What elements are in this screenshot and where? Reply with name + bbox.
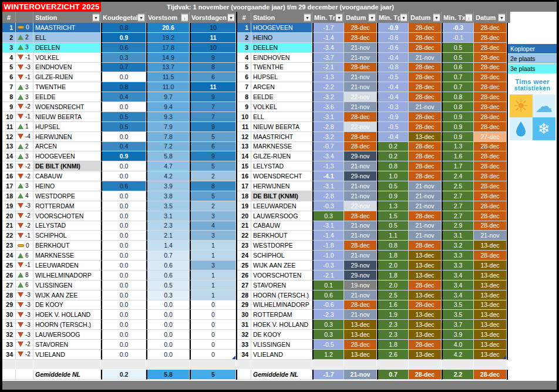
tn-datum-cell[interactable]: 21-nov bbox=[344, 231, 377, 241]
vorstdagen-cell[interactable]: 2 bbox=[190, 201, 236, 211]
min-tn-cell[interactable]: -2.3 bbox=[312, 310, 344, 320]
min-tx-cell[interactable]: 0.5 bbox=[442, 43, 474, 53]
min-tn-cell[interactable]: 0.3 bbox=[312, 330, 344, 340]
station-cell[interactable]: ARCEN bbox=[33, 142, 101, 152]
tx-datum-cell[interactable]: 13-dec bbox=[474, 350, 507, 360]
station-cell[interactable]: HOEK V. HOLLAND bbox=[33, 310, 101, 320]
rank-cell[interactable]: 15 bbox=[2, 161, 16, 171]
tg-datum-cell[interactable]: 28-dec bbox=[409, 171, 442, 181]
trend-cell[interactable]: 1 bbox=[16, 122, 33, 132]
min-tx-cell[interactable]: 2.9 bbox=[442, 221, 474, 231]
tg-datum-cell[interactable]: 28-dec bbox=[409, 112, 442, 122]
min-tx-cell[interactable]: 4.2 bbox=[442, 350, 474, 360]
vorstsom-cell[interactable]: 0.0 bbox=[146, 330, 190, 340]
tn-datum-cell[interactable]: 28-dec bbox=[344, 112, 377, 122]
rank-cell[interactable]: 32 bbox=[237, 330, 251, 340]
min-tg-cell[interactable]: -0.6 bbox=[377, 33, 409, 43]
rank-cell[interactable]: 3 bbox=[237, 43, 251, 53]
tx-datum-cell[interactable]: 28-dec bbox=[474, 181, 507, 191]
vorstdagen-cell[interactable]: 1 bbox=[190, 241, 236, 251]
tx-datum-cell[interactable]: 13-dec bbox=[474, 290, 507, 300]
station-cell[interactable]: DEELEN bbox=[251, 43, 312, 53]
min-tx-cell[interactable]: 1.7 bbox=[442, 161, 474, 171]
rank-cell[interactable]: 8 bbox=[2, 92, 16, 102]
station-cell[interactable]: WILHELMINADORP bbox=[33, 271, 101, 281]
min-tx-cell[interactable]: 2.4 bbox=[442, 171, 474, 181]
rank-cell[interactable]: 1 bbox=[237, 23, 251, 33]
vorstdagen-cell[interactable]: 11 bbox=[190, 82, 236, 92]
trend-cell[interactable]: -2 bbox=[16, 211, 33, 221]
station-cell[interactable]: EINDHOVEN bbox=[33, 63, 101, 73]
tn-datum-cell[interactable]: 28-dec bbox=[344, 132, 377, 142]
station-cell[interactable]: WESTDORPE bbox=[251, 241, 312, 251]
koudegetal-cell[interactable]: 0.3 bbox=[101, 53, 146, 63]
rank-cell[interactable]: 30 bbox=[237, 310, 251, 320]
koudegetal-cell[interactable]: 0.0 bbox=[101, 241, 146, 251]
min-tn-cell[interactable]: 0.6 bbox=[312, 290, 344, 300]
station-cell[interactable]: DE KOOY bbox=[251, 330, 312, 340]
rank-cell[interactable]: 9 bbox=[2, 102, 16, 112]
min-tn-cell[interactable]: -3.7 bbox=[312, 53, 344, 63]
tx-datum-cell[interactable]: 28-dec bbox=[474, 43, 507, 53]
tg-datum-cell[interactable]: 21-nov bbox=[409, 181, 442, 191]
tn-datum-cell[interactable]: 21-nov bbox=[344, 43, 377, 53]
min-tg-cell[interactable]: 1.8 bbox=[377, 271, 409, 281]
vorstsom-cell[interactable]: 0.3 bbox=[146, 290, 190, 300]
min-tn-cell[interactable]: -1.8 bbox=[312, 241, 344, 251]
min-tn-cell[interactable]: -3.2 bbox=[312, 92, 344, 102]
trend-cell[interactable]: -1 bbox=[16, 53, 33, 63]
station-cell[interactable]: SCHIPHOL bbox=[33, 231, 101, 241]
rank-cell[interactable]: 24 bbox=[237, 251, 251, 261]
trend-cell[interactable]: -1 bbox=[16, 112, 33, 122]
rank-cell[interactable]: 10 bbox=[237, 112, 251, 122]
vorstdagen-cell[interactable]: 0 bbox=[190, 320, 236, 330]
vorstsom-cell[interactable]: 3.1 bbox=[146, 211, 190, 221]
tx-datum-cell[interactable]: 28-dec bbox=[474, 53, 507, 63]
station-cell[interactable]: VOORSCHOTEN bbox=[251, 271, 312, 281]
vorstdagen-cell[interactable]: 5 bbox=[190, 161, 236, 171]
vorstsom-cell[interactable]: 5.8 bbox=[146, 151, 190, 161]
rank-cell[interactable]: 3 bbox=[2, 43, 16, 53]
tx-datum-cell[interactable]: 13-dec bbox=[474, 271, 507, 281]
vorstsom-cell[interactable]: 11.5 bbox=[146, 72, 190, 82]
tg-datum-cell[interactable]: 13-dec bbox=[409, 261, 442, 271]
station-cell[interactable]: GILZE-RIJEN bbox=[251, 151, 312, 161]
min-tg-cell[interactable]: -0.6 bbox=[377, 43, 409, 53]
station-cell[interactable]: EELDE bbox=[251, 92, 312, 102]
min-tn-cell[interactable]: -0.3 bbox=[312, 201, 344, 211]
tn-datum-average-cell[interactable]: 21-nov bbox=[344, 370, 377, 380]
tg-datum-cell[interactable]: 13-dec bbox=[409, 251, 442, 261]
tx-datum-cell[interactable]: 28-dec bbox=[474, 63, 507, 73]
station-cell[interactable]: HERWIJNEN bbox=[33, 132, 101, 142]
tn-datum-cell[interactable]: 21-nov bbox=[344, 72, 377, 82]
vorstsom-cell[interactable]: 0.7 bbox=[146, 251, 190, 261]
koudegetal-cell[interactable]: 0.0 bbox=[101, 72, 146, 82]
tg-datum-cell[interactable]: 28-dec bbox=[409, 281, 442, 290]
vorstdagen-average-cell[interactable]: 5 bbox=[190, 370, 236, 380]
trend-cell[interactable]: -2 bbox=[16, 350, 33, 360]
min-tg-cell[interactable]: 1.1 bbox=[377, 231, 409, 241]
koudegetal-cell[interactable]: 0.0 bbox=[101, 350, 146, 360]
filter-dropdown-button[interactable]: ▼ bbox=[227, 13, 235, 21]
rank-cell[interactable]: 23 bbox=[2, 241, 16, 251]
tg-datum-cell[interactable]: 13-dec bbox=[409, 132, 442, 142]
min-tx-cell[interactable]: 3.4 bbox=[442, 281, 474, 290]
trend-cell[interactable]: -2 bbox=[16, 340, 33, 350]
tg-datum-cell[interactable]: 28-dec bbox=[409, 122, 442, 132]
tx-datum-cell[interactable]: 13-dec bbox=[474, 241, 507, 251]
vorstdagen-cell[interactable]: 0 bbox=[190, 300, 236, 310]
vorstsom-cell[interactable]: 0.0 bbox=[146, 340, 190, 350]
vorstsom-cell[interactable]: 3.5 bbox=[146, 201, 190, 211]
tn-datum-cell[interactable]: 21-nov bbox=[344, 82, 377, 92]
trend-cell[interactable]: -3 bbox=[16, 330, 33, 340]
trend-cell[interactable]: -1 bbox=[16, 231, 33, 241]
vorstsom-cell[interactable]: 7.2 bbox=[146, 142, 190, 152]
vorstdagen-cell[interactable]: 9 bbox=[190, 53, 236, 63]
station-cell[interactable]: HERWIJNEN bbox=[251, 181, 312, 191]
filter-dropdown-button[interactable]: ▼ bbox=[137, 13, 145, 21]
min-tg-cell[interactable]: 1.3 bbox=[377, 201, 409, 211]
tn-datum-cell[interactable]: 13-dec bbox=[344, 350, 377, 360]
min-tn-cell[interactable]: -2.8 bbox=[312, 122, 344, 132]
station-cell[interactable]: EINDHOVEN bbox=[251, 53, 312, 63]
min-tx-cell[interactable]: 3.3 bbox=[442, 261, 474, 271]
